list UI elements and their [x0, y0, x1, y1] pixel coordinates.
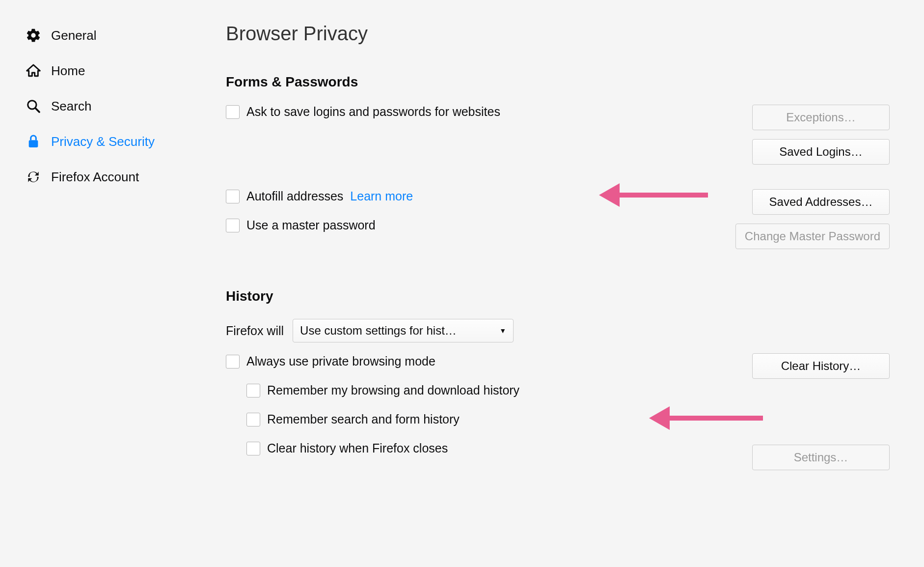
sidebar: General Home Search Privacy & Security F…: [20, 18, 196, 549]
sidebar-item-general[interactable]: General: [20, 18, 196, 53]
saved-addresses-button[interactable]: Saved Addresses…: [752, 189, 890, 215]
learn-more-link[interactable]: Learn more: [350, 189, 413, 203]
history-mode-value: Use custom settings for hist…: [300, 324, 457, 338]
history-settings-button[interactable]: Settings…: [752, 445, 890, 470]
ask-save-logins-label: Ask to save logins and passwords for web…: [246, 105, 500, 119]
autofill-addresses-label: Autofill addresses: [246, 189, 343, 203]
clear-on-close-label: Clear history when Firefox closes: [267, 441, 448, 455]
clear-on-close-checkbox[interactable]: [246, 442, 260, 455]
private-browsing-row: Always use private browsing mode: [226, 354, 742, 369]
clear-history-button[interactable]: Clear History…: [752, 353, 890, 379]
section-title-history: History: [226, 288, 890, 304]
annotation-arrow-icon: [649, 406, 763, 430]
sidebar-item-search[interactable]: Search: [20, 88, 196, 124]
home-icon: [25, 62, 42, 80]
page-title: Browser Privacy: [226, 23, 890, 45]
sidebar-item-privacy-security[interactable]: Privacy & Security: [20, 124, 196, 159]
annotation-arrow-icon: [599, 183, 708, 207]
master-password-checkbox[interactable]: [226, 219, 240, 232]
change-master-password-button[interactable]: Change Master Password: [735, 224, 890, 249]
remember-browsing-checkbox[interactable]: [246, 384, 260, 397]
sidebar-item-home[interactable]: Home: [20, 53, 196, 88]
sync-icon: [25, 168, 42, 186]
forms-passwords-section: Forms & Passwords Ask to save logins and…: [226, 74, 890, 249]
autofill-addresses-checkbox[interactable]: [226, 190, 240, 203]
main-content: Browser Privacy Forms & Passwords Ask to…: [196, 18, 904, 549]
sidebar-item-firefox-account[interactable]: Firefox Account: [20, 159, 196, 195]
history-mode-select[interactable]: Use custom settings for hist… ▼: [293, 319, 514, 342]
private-browsing-label: Always use private browsing mode: [246, 354, 435, 369]
exceptions-button[interactable]: Exceptions…: [752, 105, 890, 130]
private-browsing-checkbox[interactable]: [226, 355, 240, 369]
remember-search-checkbox[interactable]: [246, 413, 260, 426]
svg-line-1: [35, 108, 39, 112]
remember-search-label: Remember search and form history: [267, 412, 460, 426]
ask-save-logins-row: Ask to save logins and passwords for web…: [226, 105, 742, 119]
remember-search-row: Remember search and form history: [246, 412, 742, 426]
chevron-down-icon: ▼: [499, 327, 506, 335]
sidebar-item-label: General: [51, 28, 97, 43]
autofill-addresses-row: Autofill addresses Learn more: [226, 189, 726, 203]
sidebar-item-label: Home: [51, 63, 85, 79]
history-section: History Firefox will Use custom settings…: [226, 288, 890, 470]
saved-logins-button[interactable]: Saved Logins…: [752, 139, 890, 165]
firefox-will-label: Firefox will: [226, 324, 284, 338]
search-icon: [25, 97, 42, 115]
lock-icon: [25, 133, 42, 150]
svg-rect-2: [29, 140, 38, 147]
remember-browsing-row: Remember my browsing and download histor…: [246, 383, 742, 397]
clear-on-close-row: Clear history when Firefox closes: [246, 441, 742, 455]
sidebar-item-label: Search: [51, 99, 91, 114]
ask-save-logins-checkbox[interactable]: [226, 105, 240, 119]
gear-icon: [25, 27, 42, 44]
sidebar-item-label: Firefox Account: [51, 170, 139, 185]
sidebar-item-label: Privacy & Security: [51, 134, 155, 149]
master-password-label: Use a master password: [246, 218, 376, 232]
firefox-will-row: Firefox will Use custom settings for his…: [226, 319, 742, 342]
master-password-row: Use a master password: [226, 218, 726, 232]
remember-browsing-label: Remember my browsing and download histor…: [267, 383, 519, 397]
section-title-forms: Forms & Passwords: [226, 74, 890, 90]
